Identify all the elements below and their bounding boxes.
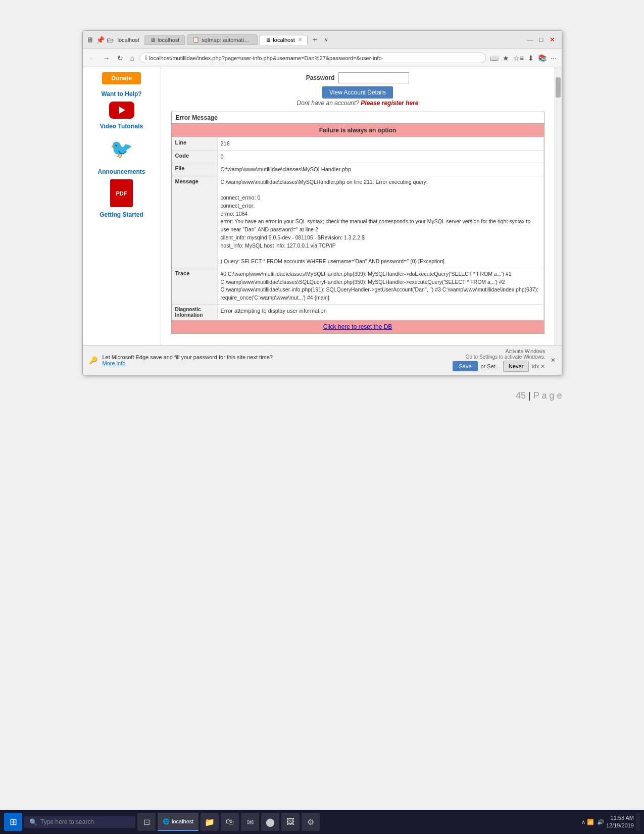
reset-db-link[interactable]: Click here to reset the DB (172, 320, 544, 333)
error-message-title: Error Message (172, 112, 544, 124)
title-bar-icons: 🖥 📌 🗁 (87, 36, 114, 44)
new-tab-button[interactable]: + (310, 35, 320, 44)
browser-icon-1: 🖥 (87, 36, 94, 44)
scrollbar[interactable] (555, 67, 562, 345)
page-content: Donate Want to Help? Video Tutorials 🐦 A… (83, 67, 562, 345)
tab-2[interactable]: 📋 sqlmap: automatic SQL inje... (187, 34, 258, 45)
want-to-help-link[interactable]: Want to Help? (101, 90, 141, 97)
never-button[interactable]: Never (503, 361, 529, 372)
table-row-diagnostic: DiagnosticInformation Error attempting t… (172, 304, 543, 320)
taskbar-date-text: 12/19/2019 (606, 822, 634, 829)
video-tutorials-link[interactable]: Video Tutorials (100, 123, 143, 130)
save-bar-text: Let Microsoft Edge save and fill your pa… (103, 354, 448, 360)
more-info-link[interactable]: More info (103, 360, 448, 366)
address-field[interactable]: ℹ localhost/mutillidae/index.php?page=us… (139, 53, 486, 63)
error-message-box: Error Message Failure is always an optio… (171, 112, 544, 334)
forward-button[interactable]: → (101, 53, 112, 63)
taskbar-mail-button[interactable]: ✉ (241, 813, 259, 831)
taskbar-clock[interactable]: 11:58 AM 12/19/2019 (606, 814, 634, 830)
getting-started-link[interactable]: Getting Started (100, 211, 143, 218)
youtube-play-icon (113, 105, 131, 116)
collections-icon[interactable]: 📚 (537, 53, 548, 63)
tab-2-label: sqlmap: automatic SQL inje... (202, 37, 252, 43)
code-value: 0 (217, 150, 543, 163)
announcements-link[interactable]: Announcements (97, 168, 145, 175)
line-value: 216 (217, 137, 543, 151)
close-button[interactable]: ✕ (548, 35, 558, 45)
taskbar-edge-app[interactable]: 🌐 localhost (158, 813, 199, 831)
edge-icon: 🌐 (163, 818, 170, 825)
taskbar-store-button[interactable]: 🛍 (221, 813, 239, 831)
code-label: Code (172, 150, 217, 163)
password-label: Password (306, 74, 335, 81)
save-bar-content: Let Microsoft Edge save and fill your pa… (103, 354, 448, 366)
home-button[interactable]: ⌂ (128, 53, 136, 63)
page-text: P a g e (533, 390, 562, 401)
taskbar-chrome-button[interactable]: ⬤ (261, 813, 279, 831)
error-header-bar: Failure is always an option (172, 124, 544, 137)
file-value: C:\wamp\www\mutillidae\classes\MySQLHand… (217, 163, 543, 176)
save-bar-buttons: Save or Set... Never idx ✕ (453, 361, 545, 372)
scroll-thumb[interactable] (556, 77, 561, 97)
favorites-list-icon[interactable]: ☆≡ (512, 53, 525, 63)
browser-title-text: localhost (118, 37, 139, 43)
search-icon: 🔍 (29, 818, 37, 826)
taskbar-search[interactable]: 🔍 Type here to search (24, 816, 135, 828)
task-view-button[interactable]: ⊡ (137, 813, 156, 831)
tab-1[interactable]: 🖥 localhost (144, 35, 185, 45)
tab-1-label: localhost (158, 37, 179, 43)
download-icon[interactable]: ⬇ (527, 53, 535, 63)
address-actions: 📖 ★ ☆≡ ⬇ 📚 ··· (489, 53, 558, 63)
key-icon: 🔑 (89, 356, 97, 364)
taskbar-time-text: 11:58 AM (606, 814, 634, 822)
table-row-code: Code 0 (172, 150, 543, 163)
idx-text: idx ✕ (532, 363, 545, 370)
more-icon[interactable]: ··· (550, 53, 558, 63)
youtube-icon[interactable] (109, 102, 134, 119)
favorites-icon[interactable]: ★ (502, 53, 510, 63)
tab-chevron-icon[interactable]: ∨ (322, 36, 330, 43)
pdf-icon[interactable]: PDF (110, 179, 133, 207)
save-bar-close-button[interactable]: ✕ (551, 357, 556, 364)
view-account-button[interactable]: View Account Details (322, 86, 393, 99)
start-button[interactable]: ⊞ (4, 813, 22, 831)
browser-window: 🖥 📌 🗁 localhost 🖥 localhost 📋 sqlmap: au… (82, 30, 562, 375)
taskbar-photos-button[interactable]: 🖼 (281, 813, 300, 831)
address-bar: ← → ↻ ⌂ ℹ localhost/mutillidae/index.php… (83, 49, 562, 67)
back-button[interactable]: ← (87, 53, 98, 63)
activate-windows-text: Activate WindowsGo to Settings to activa… (466, 349, 546, 360)
tab-3-label: localhost (273, 37, 294, 43)
search-placeholder: Type here to search (40, 818, 94, 825)
tab-2-icon: 📋 (192, 36, 200, 43)
password-input[interactable] (338, 72, 409, 83)
register-text: Dont have an account? Please register he… (297, 100, 419, 107)
table-row-file: File C:\wamp\www\mutillidae\classes\MySQ… (172, 163, 543, 176)
tab-3[interactable]: 🖥 localhost ✕ (260, 35, 307, 45)
show-desktop-button[interactable] (636, 813, 640, 831)
browser-icon-2: 📌 (96, 36, 105, 44)
reader-view-icon[interactable]: 📖 (489, 53, 500, 63)
donate-button[interactable]: Donate (102, 72, 141, 84)
file-label: File (172, 163, 217, 176)
refresh-button[interactable]: ↻ (115, 53, 125, 63)
browser-icon-3: 🗁 (107, 36, 114, 44)
login-form-area: Password View Account Details Dont have … (171, 72, 544, 107)
page-footer: 45 | P a g e (82, 390, 562, 401)
minimize-button[interactable]: — (525, 35, 535, 45)
error-table: Line 216 Code 0 File C:\wamp\www\mutilli… (172, 137, 544, 320)
maximize-button[interactable]: □ (536, 35, 547, 45)
save-password-button[interactable]: Save (453, 361, 477, 371)
trace-label: Trace (172, 268, 217, 304)
taskbar-settings-button[interactable]: ⚙ (302, 813, 320, 831)
address-text: localhost/mutillidae/index.php?page=user… (149, 55, 480, 61)
diagnostic-value: Error attempting to display user informa… (217, 304, 543, 320)
volume-icon: 🔊 (597, 819, 604, 825)
diagnostic-label: DiagnosticInformation (172, 304, 217, 320)
register-link[interactable]: Please register here (361, 100, 418, 107)
bird-image: 🐦 (107, 134, 137, 164)
tab-3-close-icon[interactable]: ✕ (298, 37, 302, 42)
title-bar: 🖥 📌 🗁 localhost 🖥 localhost 📋 sqlmap: au… (83, 31, 562, 49)
page-number-text: 45 (516, 390, 526, 401)
taskbar-file-button[interactable]: 📁 (201, 813, 219, 831)
main-content: Password View Account Details Dont have … (161, 67, 555, 345)
